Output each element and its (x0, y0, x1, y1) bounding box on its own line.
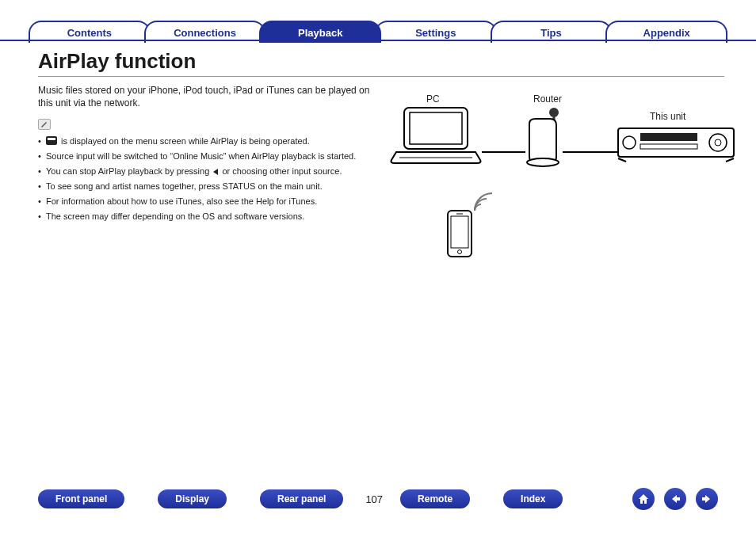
svg-point-18 (458, 250, 462, 254)
bullet-text: or choosing other input source. (222, 166, 342, 176)
svg-rect-1 (410, 112, 462, 144)
svg-point-9 (623, 136, 636, 149)
title-rule (38, 76, 724, 77)
page-title: AirPlay function (38, 49, 196, 74)
list-item: • For information about how to use iTune… (38, 195, 379, 208)
bullet-text: You can stop AirPlay playback by pressin… (46, 166, 209, 176)
tab-playback[interactable]: Playback (259, 21, 381, 43)
list-item: • You can stop AirPlay playback by press… (38, 165, 379, 178)
note-icon (38, 119, 51, 130)
cable-line (482, 149, 525, 155)
page-number: 107 (365, 493, 383, 505)
list-item: • Source input will be switched to “Onli… (38, 150, 379, 163)
laptop-icon (388, 105, 483, 168)
nav-display[interactable]: Display (158, 489, 227, 508)
triangle-left-icon (213, 169, 218, 175)
home-icon (637, 493, 650, 505)
svg-line-15 (726, 158, 734, 162)
nav-remote[interactable]: Remote (400, 489, 470, 508)
list-item: • The screen may differ depending on the… (38, 210, 379, 223)
nav-rear-panel[interactable]: Rear panel (260, 489, 343, 508)
cable-line (563, 149, 618, 155)
svg-line-14 (618, 158, 626, 162)
wifi-icon (472, 190, 495, 214)
label-pc: PC (426, 93, 440, 105)
arrow-left-icon (669, 493, 682, 505)
svg-rect-10 (640, 133, 697, 141)
label-unit: This unit (650, 111, 685, 122)
router-icon (525, 105, 564, 168)
bullet-text: The screen may differ depending on the O… (46, 210, 304, 223)
label-router: Router (533, 93, 562, 105)
arrow-right-icon (701, 493, 713, 505)
network-diagram: PC Router This unit (380, 79, 745, 285)
list-item: • is displayed on the menu screen while … (38, 135, 379, 148)
receiver-unit-icon (617, 124, 735, 163)
home-button[interactable] (632, 488, 655, 510)
nav-front-panel[interactable]: Front panel (38, 489, 124, 508)
bullet-text: Source input will be switched to “Online… (46, 150, 356, 163)
svg-point-6 (527, 158, 559, 166)
nav-index[interactable]: Index (503, 489, 563, 508)
svg-point-13 (715, 139, 721, 146)
bullet-text: is displayed on the menu screen while Ai… (61, 136, 310, 146)
intro-text: Music files stored on your iPhone, iPod … (38, 84, 371, 109)
smartphone-icon (445, 209, 474, 258)
bottom-nav: Front panel Display Rear panel 107 Remot… (0, 487, 756, 511)
top-tab-bar: Contents Connections Playback Settings T… (0, 16, 756, 43)
next-page-button[interactable] (696, 488, 718, 510)
bullet-text: For information about how to use iTunes,… (46, 195, 317, 208)
prev-page-button[interactable] (664, 488, 686, 510)
notes-list: • is displayed on the menu screen while … (38, 135, 379, 225)
airplay-screen-icon (46, 136, 57, 145)
svg-rect-17 (451, 216, 468, 248)
bullet-text: To see song and artist names together, p… (46, 180, 323, 193)
list-item: • To see song and artist names together,… (38, 180, 379, 193)
